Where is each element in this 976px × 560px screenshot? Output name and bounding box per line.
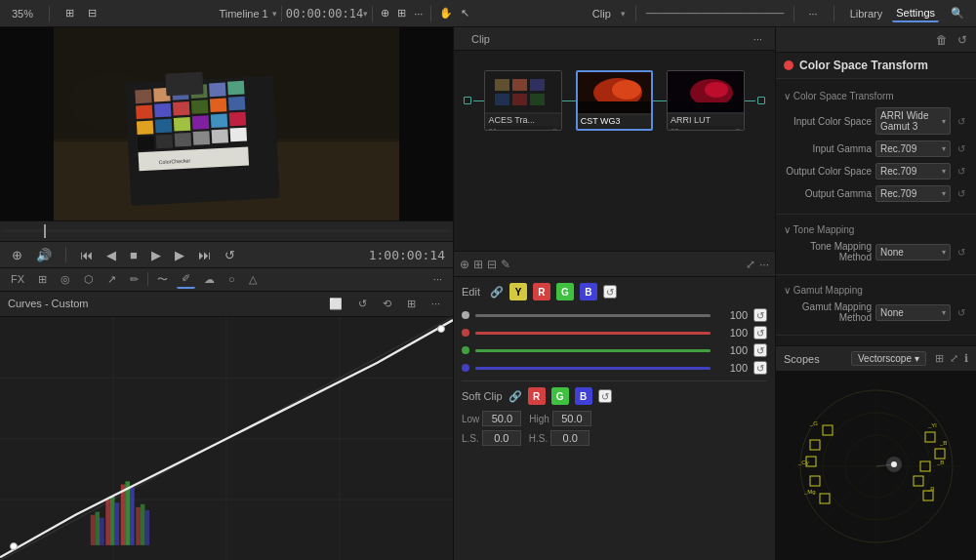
- curves-opt1[interactable]: ↺: [353, 296, 372, 312]
- svg-text:_Yl: _Yl: [927, 422, 937, 428]
- slider-track-3[interactable]: [475, 367, 711, 370]
- sc-hs-value[interactable]: 0.0: [550, 430, 590, 446]
- zoom-button[interactable]: 35%: [8, 6, 37, 21]
- tool-circle2[interactable]: ○: [224, 271, 240, 287]
- audio-btn[interactable]: 🔊: [32, 246, 56, 264]
- curves-expand-btn[interactable]: ⤢: [746, 258, 755, 271]
- slider-track-0[interactable]: [475, 314, 711, 317]
- tool-arrow[interactable]: ↗: [102, 271, 121, 288]
- play-btn[interactable]: ▶: [147, 246, 165, 264]
- cst-tone-mapping-dropdown[interactable]: None ▾: [875, 244, 951, 260]
- soft-clip-r-btn[interactable]: R: [528, 387, 546, 405]
- curves-view-btn[interactable]: ⬜: [324, 296, 347, 312]
- cst-output-cs-dropdown[interactable]: Rec.709 ▾: [875, 163, 951, 180]
- svg-rect-13: [154, 103, 171, 118]
- svg-rect-48: [100, 517, 104, 544]
- soft-clip-b-btn[interactable]: B: [575, 387, 592, 405]
- curves-body: [0, 317, 453, 560]
- channel-g-btn[interactable]: G: [556, 283, 574, 300]
- slider-reset-2[interactable]: ↺: [753, 343, 767, 357]
- stop-btn[interactable]: ■: [126, 246, 142, 264]
- clip-btn[interactable]: Clip: [589, 6, 615, 21]
- go-start-btn[interactable]: ⏮: [76, 246, 97, 264]
- tool-edit[interactable]: ✐: [177, 270, 195, 289]
- more-btn[interactable]: ···: [410, 6, 427, 21]
- cst-output-gamma-dropdown[interactable]: Rec.709 ▾: [875, 185, 951, 202]
- scopes-dropdown[interactable]: Vectorscope ▾: [851, 351, 926, 366]
- curves-more[interactable]: ···: [427, 296, 445, 311]
- main-layout: ColorChecker ⊕ 🔊 ⏮ ◀ ■ ▶ ▶ ⏭ ↺ 1:00:00:1…: [0, 27, 976, 560]
- prev-frame-btn[interactable]: ◀: [102, 246, 120, 264]
- timeline-track[interactable]: [4, 229, 449, 232]
- loop-play-btn[interactable]: ↺: [221, 246, 239, 264]
- search-btn[interactable]: 🔍: [947, 5, 968, 21]
- tool-shapes[interactable]: △: [244, 271, 262, 288]
- sync-btn[interactable]: ⊕: [377, 5, 393, 21]
- curves-more-btn[interactable]: ···: [759, 258, 769, 271]
- node-3-num: 03: [671, 127, 679, 132]
- slider-track-2[interactable]: [475, 349, 711, 352]
- curves-expand[interactable]: ⊞: [402, 296, 421, 312]
- viewer-btn-2[interactable]: ⊟: [84, 5, 101, 21]
- node-2[interactable]: CST WG3 02 ◉: [576, 70, 654, 131]
- curve-anchor-bottom[interactable]: [10, 542, 18, 550]
- rpanel-reset-btn[interactable]: ↺: [955, 32, 970, 48]
- cst-gamut-mapping-reset[interactable]: ↺: [955, 305, 968, 319]
- tool-grid[interactable]: ⊞: [33, 271, 52, 288]
- curve-anchor-top[interactable]: [437, 325, 445, 333]
- curves-tool-1[interactable]: ⊕: [460, 258, 469, 271]
- tool-mask[interactable]: ⬡: [79, 271, 99, 288]
- slider-reset-1[interactable]: ↺: [753, 326, 767, 340]
- soft-clip-reset-btn[interactable]: ↺: [598, 389, 612, 403]
- hand-tool[interactable]: ✋: [435, 5, 457, 21]
- slider-reset-3[interactable]: ↺: [753, 361, 767, 375]
- node-header-more[interactable]: ···: [749, 31, 767, 47]
- soft-clip-g-btn[interactable]: G: [551, 387, 569, 405]
- curves-opt2[interactable]: ⟲: [378, 296, 396, 312]
- curves-tool-4[interactable]: ✎: [501, 258, 510, 271]
- edit-reset-btn[interactable]: ↺: [603, 285, 617, 299]
- tool-circle[interactable]: ◎: [56, 271, 75, 288]
- cst-gamut-mapping-dropdown[interactable]: None ▾: [875, 304, 951, 321]
- loop-btn[interactable]: ⊕: [8, 246, 26, 264]
- rpanel-delete-btn[interactable]: 🗑: [933, 32, 951, 48]
- tool-fx[interactable]: FX: [6, 271, 29, 287]
- sc-low-value[interactable]: 50.0: [482, 411, 521, 426]
- layout-btn[interactable]: ⊞: [393, 5, 410, 21]
- cst-output-gamma-reset[interactable]: ↺: [955, 187, 968, 201]
- channel-y-btn[interactable]: Y: [509, 283, 527, 300]
- cst-input-cs-dropdown[interactable]: ARRI Wide Gamut 3 ▾: [875, 107, 951, 135]
- scopes-opt-btn-1[interactable]: ⊞: [935, 352, 944, 365]
- cst-input-gamma-dropdown[interactable]: Rec.709 ▾: [875, 140, 951, 157]
- go-end-btn[interactable]: ⏭: [194, 246, 215, 264]
- node-2-eye-icon: ◉: [641, 128, 648, 132]
- settings-tab-btn[interactable]: Settings: [892, 5, 939, 22]
- tool-cloud[interactable]: ☁: [199, 271, 220, 288]
- curves-tool-3[interactable]: ⊟: [487, 258, 497, 271]
- cst-input-gamma-reset[interactable]: ↺: [955, 142, 968, 156]
- cst-output-cs-reset[interactable]: ↺: [955, 165, 968, 179]
- node-1[interactable]: ACES Tra... 01 ◉: [484, 70, 562, 131]
- channel-r-btn[interactable]: R: [533, 283, 550, 300]
- cst-tone-mapping-reset[interactable]: ↺: [955, 245, 968, 259]
- scopes-info-btn[interactable]: ℹ: [964, 352, 968, 365]
- cst-input-cs-reset[interactable]: ↺: [955, 114, 968, 128]
- curves-tool-2[interactable]: ⊞: [473, 258, 483, 271]
- library-tab-btn[interactable]: Library: [846, 6, 887, 21]
- tool-pen[interactable]: ✏: [125, 271, 143, 288]
- tool-curves[interactable]: 〜: [152, 270, 173, 289]
- sc-high-value[interactable]: 50.0: [552, 411, 591, 426]
- viewer-btn-1[interactable]: ⊞: [61, 5, 78, 21]
- node-3[interactable]: ARRI LUT 03 ≡: [667, 70, 745, 131]
- sc-ls-value[interactable]: 0.0: [482, 430, 521, 446]
- next-frame-btn[interactable]: ▶: [171, 246, 188, 264]
- pointer-tool[interactable]: ↖: [457, 5, 473, 21]
- tool-more[interactable]: ···: [428, 271, 447, 287]
- timeline-name-btn[interactable]: Timeline 1: [215, 6, 271, 21]
- slider-track-1[interactable]: [475, 332, 711, 335]
- slider-reset-0[interactable]: ↺: [753, 308, 767, 322]
- node-tab-clip[interactable]: Clip: [462, 31, 500, 47]
- more-clip-btn[interactable]: ···: [804, 6, 821, 21]
- scopes-opt-btn-2[interactable]: ⤢: [950, 352, 958, 365]
- channel-b-btn[interactable]: B: [580, 283, 597, 300]
